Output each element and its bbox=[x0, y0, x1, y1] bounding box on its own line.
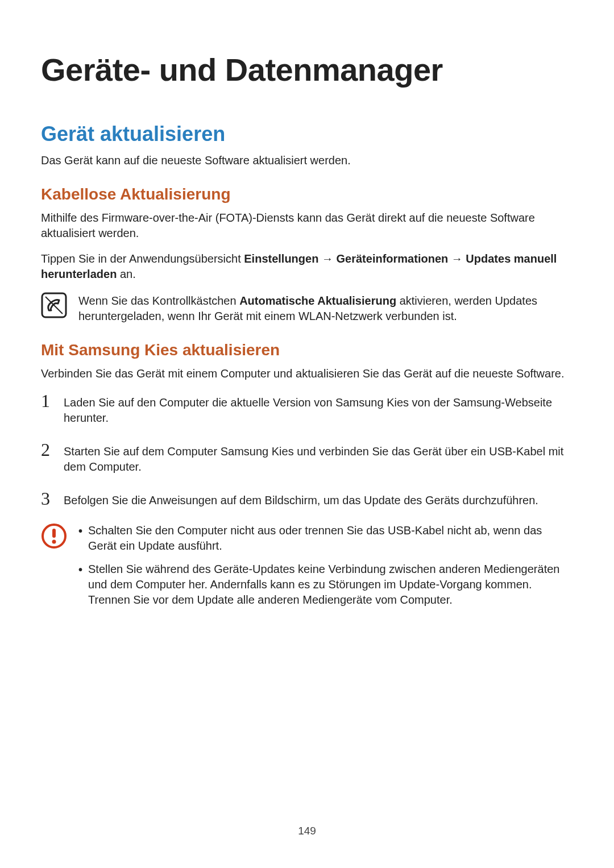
step-text: Laden Sie auf den Computer die aktuelle … bbox=[64, 392, 573, 426]
step-text: Befolgen Sie die Anweisungen auf dem Bil… bbox=[64, 489, 573, 508]
step-number: 3 bbox=[41, 489, 53, 508]
page-number: 149 bbox=[0, 825, 614, 837]
warning-icon bbox=[41, 523, 67, 549]
step-number: 2 bbox=[41, 441, 53, 459]
subheading-kies-update: Mit Samsung Kies aktualisieren bbox=[41, 341, 573, 359]
note-pre: Wenn Sie das Kontrollkästchen bbox=[78, 294, 239, 307]
step-3: 3 Befolgen Sie die Anweisungen auf dem B… bbox=[41, 489, 573, 508]
step-number: 1 bbox=[41, 392, 53, 410]
path-settings: Einstellungen bbox=[244, 252, 318, 265]
wireless-update-path: Tippen Sie in der Anwendungsübersicht Ei… bbox=[41, 251, 573, 282]
warning-item-1: • Schalten Sie den Computer nicht aus od… bbox=[78, 523, 573, 554]
step-1: 1 Laden Sie auf den Computer die aktuell… bbox=[41, 392, 573, 426]
warning-text: Schalten Sie den Computer nicht aus oder… bbox=[88, 523, 573, 554]
wireless-update-desc: Mithilfe des Firmware-over-the-Air (FOTA… bbox=[41, 210, 573, 241]
warning-list: • Schalten Sie den Computer nicht aus od… bbox=[78, 523, 573, 616]
warning-item-2: • Stellen Sie während des Geräte-Updates… bbox=[78, 562, 573, 608]
path-pre: Tippen Sie in der Anwendungsübersicht bbox=[41, 252, 244, 265]
page-title: Geräte- und Datenmanager bbox=[41, 51, 573, 88]
path-device-info: Geräteinformationen bbox=[337, 252, 449, 265]
note-text: Wenn Sie das Kontrollkästchen Automatisc… bbox=[78, 292, 573, 324]
svg-rect-2 bbox=[52, 529, 56, 538]
section-heading-update-device: Gerät aktualisieren bbox=[41, 122, 573, 146]
note-callout: Wenn Sie das Kontrollkästchen Automatisc… bbox=[41, 292, 573, 324]
bullet-icon: • bbox=[78, 562, 82, 608]
arrow-icon: → bbox=[448, 252, 466, 265]
kies-intro: Verbinden Sie das Gerät mit einem Comput… bbox=[41, 366, 573, 381]
arrow-icon: → bbox=[318, 252, 336, 265]
step-2: 2 Starten Sie auf dem Computer Samsung K… bbox=[41, 441, 573, 475]
bullet-icon: • bbox=[78, 523, 82, 554]
manual-page: Geräte- und Datenmanager Gerät aktualisi… bbox=[0, 0, 614, 650]
warning-text: Stellen Sie während des Geräte-Updates k… bbox=[88, 562, 573, 608]
note-icon bbox=[41, 292, 67, 318]
section-intro: Das Gerät kann auf die neueste Software … bbox=[41, 153, 573, 168]
warning-callout: • Schalten Sie den Computer nicht aus od… bbox=[41, 523, 573, 616]
path-post: an. bbox=[117, 268, 135, 280]
steps-list: 1 Laden Sie auf den Computer die aktuell… bbox=[41, 392, 573, 508]
step-text: Starten Sie auf dem Computer Samsung Kie… bbox=[64, 441, 573, 475]
note-bold-auto-update: Automatische Aktualisierung bbox=[239, 294, 396, 307]
subheading-wireless-update: Kabellose Aktualisierung bbox=[41, 185, 573, 203]
svg-point-3 bbox=[52, 540, 56, 544]
